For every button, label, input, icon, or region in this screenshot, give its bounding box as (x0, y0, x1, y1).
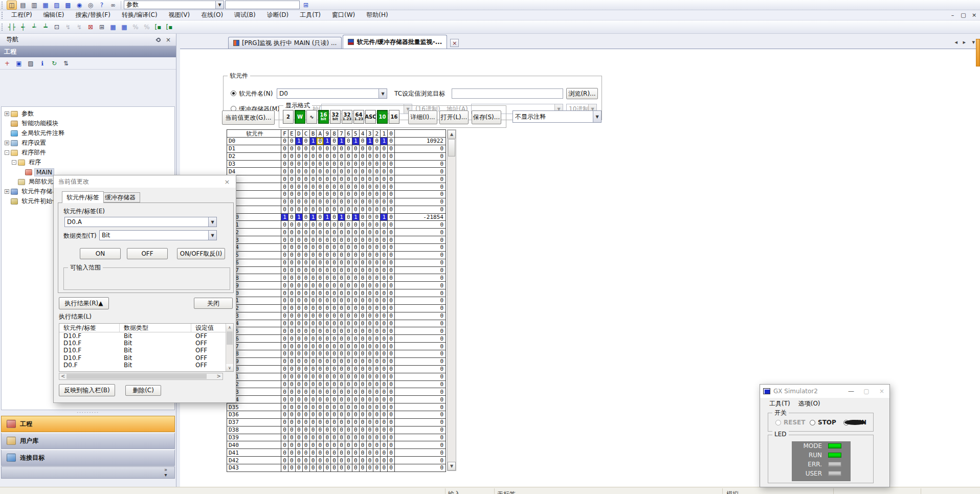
draw-line-icon[interactable]: ↯ (63, 23, 73, 32)
bit-cell[interactable]: 0 (317, 358, 324, 366)
bit-cell[interactable]: 0 (388, 343, 395, 350)
bit-cell[interactable]: 0 (303, 343, 310, 350)
bit-cell[interactable]: 0 (345, 388, 352, 396)
bit-cell[interactable]: 0 (381, 449, 388, 457)
bit-cell[interactable]: 0 (352, 191, 360, 198)
bit-cell[interactable]: 0 (338, 267, 345, 275)
bit-cell[interactable]: 0 (381, 366, 388, 373)
bit-cell[interactable]: 0 (345, 138, 352, 145)
bit-cell[interactable]: 0 (296, 419, 303, 426)
bit-cell[interactable]: 0 (303, 297, 310, 305)
bit-cell[interactable]: 0 (338, 282, 345, 289)
bit-cell[interactable]: 0 (310, 411, 317, 419)
close-button[interactable]: × (874, 386, 889, 397)
bit-cell[interactable]: 0 (288, 343, 296, 350)
bit-cell[interactable]: 0 (317, 434, 324, 442)
bit-cell[interactable]: 0 (367, 175, 374, 183)
menu-item[interactable]: 帮助(H) (361, 9, 393, 21)
bit-cell[interactable]: 0 (281, 206, 288, 214)
bit-cell[interactable]: 0 (388, 457, 395, 464)
bit-cell[interactable]: 0 (381, 327, 388, 335)
bit-cell[interactable]: 0 (331, 464, 338, 472)
bit-cell[interactable]: 0 (352, 221, 360, 229)
auto-hide-panel-strip[interactable] (976, 39, 980, 66)
bit-cell[interactable]: 0 (296, 161, 303, 168)
bit-cell[interactable]: 0 (281, 396, 288, 403)
exec-result-toggle-button[interactable]: 执行结果(R)▲ (59, 297, 109, 309)
bit-cell[interactable]: 0 (367, 305, 374, 312)
bit-cell[interactable]: 0 (373, 320, 381, 328)
bit-cell[interactable]: 0 (345, 449, 352, 457)
bit-cell[interactable]: 0 (281, 419, 288, 426)
bit-cell[interactable]: 0 (288, 457, 296, 464)
bit-cell[interactable]: 0 (296, 145, 303, 153)
bit-cell[interactable]: 0 (360, 206, 367, 214)
bit-cell[interactable]: 0 (373, 282, 381, 289)
bit-cell[interactable]: 0 (288, 381, 296, 389)
result-list-scrollbar[interactable]: ∧ ∨ (226, 324, 233, 371)
bit-cell[interactable]: 0 (338, 289, 345, 297)
bit-cell[interactable]: 0 (288, 335, 296, 343)
menu-item[interactable]: 工具(T) (767, 399, 793, 409)
bit-cell[interactable]: 0 (352, 305, 360, 312)
bit-cell[interactable]: 0 (324, 282, 331, 289)
bit-cell[interactable]: 0 (381, 411, 388, 419)
bit-cell[interactable]: 0 (352, 434, 360, 442)
bit-cell[interactable]: 0 (331, 274, 338, 282)
bit-cell[interactable]: 0 (352, 168, 360, 175)
bit-cell[interactable]: 0 (338, 198, 345, 206)
bit-cell[interactable]: 0 (303, 403, 310, 411)
bit-cell[interactable]: 0 (367, 229, 374, 236)
bit-cell[interactable]: 0 (310, 175, 317, 183)
bit-cell[interactable]: 0 (296, 252, 303, 259)
bit-cell[interactable]: 0 (373, 449, 381, 457)
bit-cell[interactable]: 0 (360, 138, 367, 145)
bit-cell[interactable]: 0 (324, 419, 331, 426)
bit-cell[interactable]: 0 (338, 464, 345, 472)
bit-cell[interactable]: 0 (317, 419, 324, 426)
tree-item[interactable]: - 程序 (2, 158, 174, 167)
bit-cell[interactable]: 0 (345, 305, 352, 312)
bit-cell[interactable]: 0 (352, 411, 360, 419)
bit-cell[interactable]: 0 (360, 457, 367, 464)
bit-cell[interactable]: 0 (345, 358, 352, 366)
bit-cell[interactable]: 0 (367, 457, 374, 464)
bit-cell[interactable]: 0 (331, 161, 338, 168)
bit-cell[interactable]: 0 (317, 206, 324, 214)
sort-icon[interactable]: ⇅ (61, 59, 71, 68)
bit-cell[interactable]: 0 (388, 138, 395, 145)
bit-cell[interactable]: 0 (296, 366, 303, 373)
bit-cell[interactable]: 0 (345, 297, 352, 305)
bit-cell[interactable]: 0 (296, 236, 303, 244)
bit-cell[interactable]: 0 (352, 312, 360, 320)
bit-cell[interactable]: 1 (338, 214, 345, 221)
bit-cell[interactable]: 0 (281, 191, 288, 198)
bit-cell[interactable]: 0 (388, 244, 395, 252)
bit-cell[interactable]: 0 (331, 327, 338, 335)
bit-cell[interactable]: 0 (303, 449, 310, 457)
watch-window-icon[interactable]: ◉ (74, 1, 84, 10)
bit-cell[interactable]: 0 (288, 388, 296, 396)
bit-cell[interactable]: 0 (352, 161, 360, 168)
bit-cell[interactable]: 0 (331, 426, 338, 434)
menu-item[interactable]: 调试(B) (229, 9, 261, 21)
bit-cell[interactable]: 0 (388, 381, 395, 389)
bit-cell[interactable]: 0 (345, 457, 352, 464)
bit-cell[interactable]: 0 (388, 464, 395, 472)
bit-cell[interactable]: 0 (296, 434, 303, 442)
bit-cell[interactable]: 0 (345, 419, 352, 426)
bit-cell[interactable]: 0 (352, 457, 360, 464)
result-row[interactable]: D10.F Bit OFF (59, 340, 233, 347)
bit-cell[interactable]: 0 (338, 206, 345, 214)
bit-cell[interactable]: 0 (338, 373, 345, 381)
bit-cell[interactable]: 0 (338, 244, 345, 252)
bit-cell[interactable]: 0 (310, 191, 317, 198)
bit-cell[interactable]: 0 (317, 259, 324, 267)
bit-cell[interactable]: 0 (303, 335, 310, 343)
bit-cell[interactable]: 0 (317, 449, 324, 457)
bit-cell[interactable]: 0 (288, 221, 296, 229)
bit-cell[interactable]: 0 (296, 350, 303, 358)
bit-cell[interactable]: 0 (324, 411, 331, 419)
bit-cell[interactable]: 0 (324, 441, 331, 449)
bit-cell[interactable]: 0 (324, 267, 331, 275)
